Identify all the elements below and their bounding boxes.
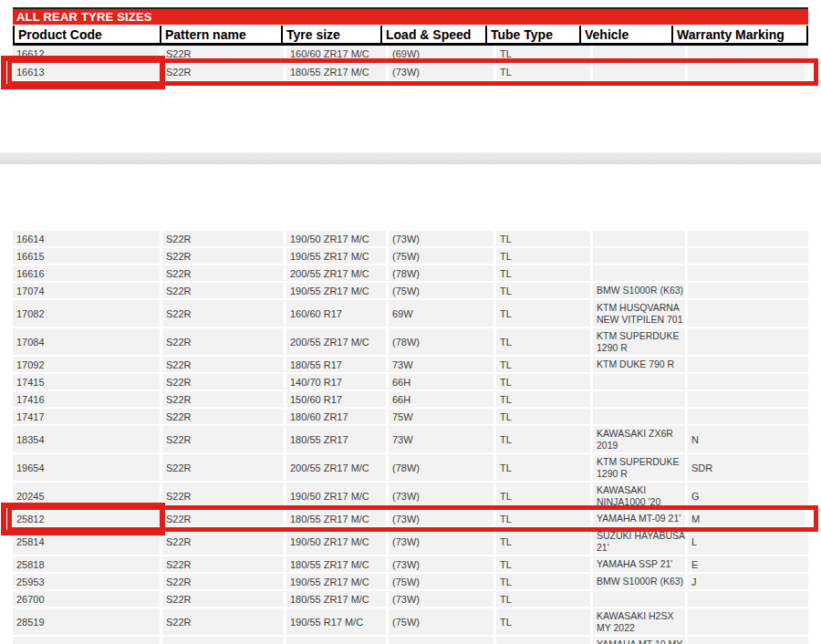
cell-warranty[interactable]: N <box>688 426 808 452</box>
cell-vehicle[interactable]: YAMAHA MT-09 21' <box>593 511 685 526</box>
cell-code[interactable]: 25812 <box>13 511 160 526</box>
cell-warranty[interactable]: G <box>688 483 808 509</box>
cell-size[interactable]: 180/55 ZR17 M/C <box>286 511 386 526</box>
cell-vehicle[interactable] <box>593 46 685 62</box>
cell-size[interactable]: 140/70 R17 <box>286 374 386 390</box>
cell-tube[interactable]: TL <box>496 483 590 509</box>
cell-tube[interactable]: TL <box>496 409 590 424</box>
cell-size[interactable]: 180/55 ZR17 <box>286 426 386 452</box>
cell-pattern[interactable]: S22R <box>162 454 284 481</box>
cell-code[interactable]: 26700 <box>13 591 160 607</box>
cell-warranty[interactable] <box>688 637 808 644</box>
cell-vehicle[interactable] <box>593 231 685 246</box>
cell-code[interactable]: 18354 <box>13 426 160 452</box>
cell-size[interactable]: 190/50 ZR17 M/C <box>286 231 386 246</box>
cell-load[interactable]: (73W) <box>389 556 494 572</box>
cell-tube[interactable]: TL <box>496 591 590 607</box>
cell-tube[interactable]: TL <box>496 283 590 298</box>
cell-code[interactable]: 17084 <box>13 328 160 355</box>
cell-tube[interactable]: TL <box>496 528 590 555</box>
cell-code[interactable]: 17417 <box>13 409 160 424</box>
cell-tube[interactable]: TL <box>496 46 590 62</box>
cell-warranty[interactable] <box>688 265 808 281</box>
cell-load[interactable]: (75W) <box>389 574 494 589</box>
cell-tube[interactable]: TL <box>496 391 590 407</box>
cell-load[interactable]: (69W) <box>389 46 494 62</box>
cell-pattern[interactable]: S22R <box>162 265 284 281</box>
cell-load[interactable]: 73W <box>389 357 494 372</box>
cell-code[interactable]: 17416 <box>13 391 160 407</box>
cell-code[interactable]: 20245 <box>13 483 160 509</box>
cell-warranty[interactable] <box>688 608 808 635</box>
cell-size[interactable]: 190/55 ZR17 M/C <box>286 574 386 589</box>
cell-warranty[interactable]: E <box>688 556 808 572</box>
cell-load[interactable]: (73W) <box>389 528 494 555</box>
cell-size[interactable]: 190/55 ZR17 M/C <box>286 248 386 264</box>
cell-vehicle[interactable]: SUZUKI HAYABUSA 21' <box>593 528 685 555</box>
cell-pattern[interactable]: S22R <box>162 357 284 372</box>
cell-size[interactable]: 190/55 R17 M/C <box>286 637 386 644</box>
cell-warranty[interactable] <box>688 409 808 424</box>
cell-pattern[interactable]: S22R <box>162 300 284 327</box>
cell-tube[interactable]: TL <box>496 374 590 390</box>
cell-size[interactable]: 190/55 R17 M/C <box>286 608 386 635</box>
cell-code[interactable]: 17092 <box>13 357 160 372</box>
cell-tube[interactable]: TL <box>496 454 590 481</box>
cell-tube[interactable]: TL <box>496 426 590 452</box>
cell-vehicle[interactable] <box>593 391 685 407</box>
cell-load[interactable]: (75W) <box>389 283 494 298</box>
cell-vehicle[interactable]: BMW S1000R (K63) <box>593 283 685 298</box>
cell-size[interactable]: 160/60 R17 <box>286 300 386 327</box>
cell-pattern[interactable]: S22R <box>162 248 284 264</box>
cell-warranty[interactable]: SDR <box>688 454 808 481</box>
cell-load[interactable]: 69W <box>389 300 494 327</box>
cell-load[interactable]: (78W) <box>389 454 494 481</box>
cell-size[interactable]: 190/50 ZR17 M/C <box>286 483 386 509</box>
cell-warranty[interactable] <box>688 357 808 372</box>
cell-vehicle[interactable]: KTM HUSQVARNA NEW VITPILEN 701 <box>593 300 685 327</box>
cell-pattern[interactable]: S22R <box>162 556 284 572</box>
cell-load[interactable]: (73W) <box>389 591 494 607</box>
cell-warranty[interactable] <box>688 591 808 607</box>
cell-pattern[interactable]: S22R <box>162 511 284 526</box>
cell-tube[interactable]: TL <box>496 574 590 589</box>
cell-warranty[interactable] <box>688 46 808 62</box>
cell-vehicle[interactable] <box>593 248 685 264</box>
cell-warranty[interactable] <box>688 248 808 264</box>
cell-pattern[interactable]: S22R <box>162 637 284 644</box>
cell-pattern[interactable]: S22R <box>162 231 284 246</box>
cell-load[interactable]: 66H <box>389 391 494 407</box>
cell-code[interactable]: 17415 <box>13 374 160 390</box>
cell-pattern[interactable]: S22R <box>162 608 284 635</box>
cell-pattern[interactable]: S22R <box>162 283 284 298</box>
cell-pattern[interactable]: S22R <box>162 374 284 390</box>
cell-tube[interactable]: TL <box>496 64 590 80</box>
cell-load[interactable]: (75W) <box>389 248 494 264</box>
cell-load[interactable]: (78W) <box>389 328 494 355</box>
cell-vehicle[interactable]: KAWASAKI H2SX MY 2022 <box>593 608 685 635</box>
cell-size[interactable]: 200/55 ZR17 M/C <box>286 454 386 481</box>
cell-size[interactable]: 180/55 ZR17 M/C <box>286 556 386 572</box>
cell-code[interactable]: 16614 <box>13 231 160 246</box>
cell-warranty[interactable] <box>688 391 808 407</box>
cell-size[interactable]: 190/55 ZR17 M/C <box>286 283 386 298</box>
cell-code[interactable]: 16613 <box>13 64 160 80</box>
cell-vehicle[interactable] <box>593 591 685 607</box>
cell-load[interactable]: (73W) <box>389 64 494 80</box>
cell-warranty[interactable]: L <box>688 528 808 555</box>
cell-vehicle[interactable] <box>593 409 685 424</box>
cell-warranty[interactable] <box>688 283 808 298</box>
cell-tube[interactable]: TL <box>496 300 590 327</box>
cell-code[interactable]: 17074 <box>13 283 160 298</box>
cell-tube[interactable]: TL <box>496 248 590 264</box>
cell-vehicle[interactable] <box>593 265 685 281</box>
cell-load[interactable]: (78W) <box>389 265 494 281</box>
cell-code[interactable]: 25953 <box>13 574 160 589</box>
cell-vehicle[interactable]: KAWASAKI NINJA1000 '20 <box>593 483 685 509</box>
cell-vehicle[interactable]: KTM SUPERDUKE 1290 R <box>593 328 685 355</box>
cell-code[interactable]: 16615 <box>13 248 160 264</box>
cell-code[interactable]: 17082 <box>13 300 160 327</box>
cell-tube[interactable]: TL <box>496 608 590 635</box>
cell-tube[interactable]: TL <box>496 357 590 372</box>
cell-warranty[interactable] <box>688 374 808 390</box>
